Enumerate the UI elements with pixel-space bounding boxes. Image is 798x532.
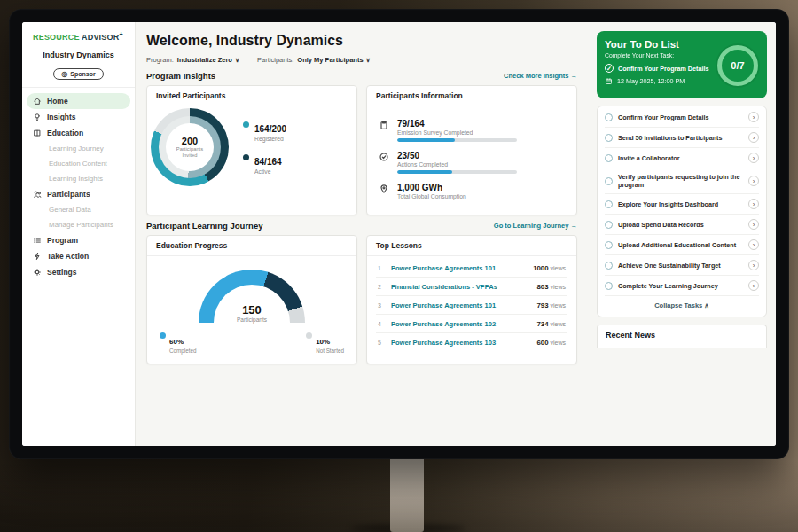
sidebar-nav: Home Insights Education Learning Journey… [22, 87, 135, 280]
recent-news-title: Recent News [606, 331, 655, 340]
lesson-link[interactable]: Power Purchase Agreements 101 [391, 264, 527, 272]
task-row-verify-participants[interactable]: Verify participants requesting to join t… [605, 168, 759, 194]
app-logo: RESOURCE ADVISOR+ [22, 31, 135, 42]
lesson-link[interactable]: Power Purchase Agreements 102 [391, 320, 531, 328]
task-checkbox[interactable] [605, 113, 613, 121]
list-item: 4 Power Purchase Agreements 102 734 view… [376, 315, 567, 333]
participants-select[interactable]: Only My Participants∨ [297, 56, 370, 64]
sidebar-item-insights[interactable]: Insights [22, 109, 135, 125]
task-row-send-invitations[interactable]: Send 50 Invitations to Participants › [605, 128, 759, 148]
legend-label: Completed [169, 348, 196, 354]
sidebar-item-label: Settings [47, 268, 77, 277]
photo-background: RESOURCE ADVISOR+ Industry Dynamics ◎Spo… [0, 0, 798, 532]
task-checkbox[interactable] [605, 177, 613, 185]
task-row-confirm-program[interactable]: Confirm Your Program Details › [605, 107, 759, 128]
sidebar-item-label: Take Action [47, 252, 89, 261]
task-row-upload-educational-content[interactable]: Upload Additional Educational Content › [605, 235, 759, 255]
task-row-upload-spend-data[interactable]: Upload Spend Data Records › [605, 215, 759, 235]
sidebar-item-home[interactable]: Home [27, 93, 130, 109]
lesson-views: 803 views [537, 283, 566, 291]
legend-value: 164/200 [254, 124, 286, 134]
task-label: Achieve One Sustainability Target [618, 262, 743, 270]
chevron-right-icon[interactable]: › [748, 176, 759, 186]
participants-filter: Participants: Only My Participants∨ [257, 56, 371, 64]
task-label: Complete Your Learning Journey [618, 282, 743, 290]
sidebar-item-general-data[interactable]: General Data [22, 202, 135, 217]
todo-next-task[interactable]: ✓ Confirm Your Program Details [605, 64, 718, 73]
section-title: Program Insights [146, 71, 215, 81]
sponsor-badge[interactable]: ◎Sponsor [53, 68, 103, 80]
chevron-right-icon[interactable]: › [748, 112, 759, 122]
task-row-explore-insights[interactable]: Explore Your Insights Dashboard › [605, 194, 759, 215]
home-icon [33, 97, 42, 106]
task-checkbox[interactable] [605, 282, 613, 290]
lesson-link[interactable]: Power Purchase Agreements 101 [391, 301, 531, 309]
progress-fill [397, 138, 455, 142]
chevron-right-icon[interactable]: › [748, 239, 759, 250]
participants-info-body: 79/164 Emission Survey Completed 23/50 A… [367, 106, 576, 215]
sidebar-item-participants[interactable]: Participants [22, 186, 135, 202]
card-title: Invited Participants [147, 86, 356, 106]
sidebar-item-manage-participants[interactable]: Manage Participants [22, 217, 135, 232]
lesson-link[interactable]: Power Purchase Agreements 103 [391, 339, 531, 347]
chevron-up-icon: ∧ [704, 301, 709, 309]
program-filter-label: Program: [146, 56, 174, 64]
chevron-right-icon[interactable]: › [748, 153, 759, 163]
list-item: 1 Power Purchase Agreements 101 1000 vie… [376, 259, 567, 278]
check-more-insights-link[interactable]: Check More Insights → [504, 72, 577, 80]
list-icon [33, 236, 42, 245]
task-checkbox[interactable] [605, 241, 613, 249]
chevron-right-icon[interactable]: › [748, 219, 759, 230]
monitor-bezel: RESOURCE ADVISOR+ Industry Dynamics ◎Spo… [9, 9, 789, 459]
task-checkbox[interactable] [605, 134, 613, 142]
task-checkbox[interactable] [605, 200, 613, 208]
task-checkbox[interactable] [605, 262, 613, 270]
go-to-learning-journey-link[interactable]: Go to Learning Journey → [494, 222, 577, 230]
stat-actions-completed: 23/50 Actions Completed [376, 146, 567, 178]
donut-chart-area: 200 Participants Invited 164/200Register… [147, 106, 356, 188]
arrow-right-icon: → [571, 72, 578, 80]
task-label: Upload Additional Educational Content [618, 241, 743, 249]
todo-summary-card: Your To Do List Complete Your Next Task:… [597, 31, 767, 98]
sidebar-item-program[interactable]: Program [22, 232, 135, 248]
task-checkbox[interactable] [605, 154, 613, 162]
program-insights-header: Program Insights Check More Insights → [146, 71, 577, 81]
learning-journey-header: Participant Learning Journey Go to Learn… [146, 221, 577, 231]
todo-progress-value: 0/7 [731, 60, 744, 71]
sidebar-item-education[interactable]: Education [22, 125, 135, 141]
location-pin-icon [378, 183, 390, 195]
top-lessons-card: Top Lessons 1 Power Purchase Agreements … [366, 235, 577, 364]
sidebar-item-education-content[interactable]: Education Content [22, 156, 135, 171]
legend-value: 84/164 [254, 157, 282, 167]
list-item: 2 Financial Considerations - VPPAs 803 v… [376, 278, 567, 296]
views-suffix: views [550, 302, 566, 309]
task-row-sustainability-target[interactable]: Achieve One Sustainability Target › [605, 255, 759, 276]
sidebar: RESOURCE ADVISOR+ Industry Dynamics ◎Spo… [22, 22, 136, 446]
stat-value: 79/164 [397, 119, 566, 129]
check-circle-icon: ✓ [605, 64, 614, 73]
sidebar-item-learning-journey[interactable]: Learning Journey [22, 141, 135, 156]
lesson-link[interactable]: Financial Considerations - VPPAs [391, 283, 531, 291]
sidebar-item-label: Manage Participants [49, 221, 113, 229]
sidebar-item-label: Home [47, 97, 68, 106]
chevron-right-icon[interactable]: › [748, 132, 759, 143]
task-row-invite-collaborator[interactable]: Invite a Collaborator › [605, 148, 759, 168]
chevron-right-icon[interactable]: › [748, 280, 759, 291]
legend-dot [243, 154, 249, 160]
sidebar-item-settings[interactable]: Settings [22, 264, 135, 280]
lesson-rank: 4 [378, 321, 385, 327]
education-gauge-chart: 150 Participants [199, 270, 305, 323]
chevron-right-icon[interactable]: › [748, 199, 759, 209]
legend-item-registered: 164/200Registered [243, 120, 286, 142]
collapse-tasks-link[interactable]: Collapse Tasks ∧ [605, 296, 759, 316]
program-select[interactable]: Industrialize Zero∨ [177, 56, 239, 64]
task-row-complete-learning-journey[interactable]: Complete Your Learning Journey › [605, 276, 759, 296]
chevron-right-icon[interactable]: › [748, 260, 759, 270]
views-count: 600 [537, 339, 549, 347]
progress-bar [397, 138, 517, 142]
task-checkbox[interactable] [605, 221, 613, 229]
sidebar-item-learning-insights[interactable]: Learning Insights [22, 171, 135, 186]
lesson-rank: 2 [378, 284, 385, 290]
sidebar-item-take-action[interactable]: Take Action [22, 248, 135, 264]
invited-donut-chart: 200 Participants Invited [151, 108, 229, 186]
